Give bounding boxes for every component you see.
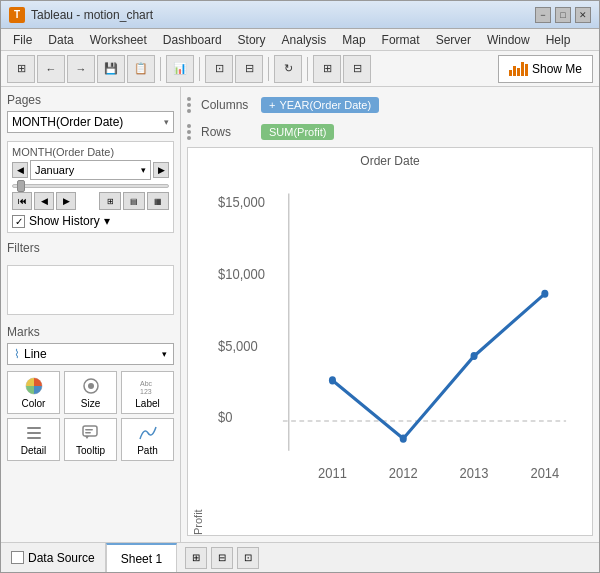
menu-map[interactable]: Map [334,31,373,49]
menu-story[interactable]: Story [230,31,274,49]
filters-section [7,265,174,315]
show-history-checkbox[interactable]: ✓ [12,215,25,228]
sheet-label: Sheet 1 [121,552,162,566]
marks-type-dropdown[interactable]: ⌇ Line ▾ [7,343,174,365]
pages-label: Pages [7,93,174,107]
toolbar-extract-btn[interactable]: ⊟ [235,55,263,83]
chart-area: Profit $15,000 $10,000 $5,000 $0 [188,170,592,535]
menu-help[interactable]: Help [538,31,579,49]
marks-label: Marks [7,325,174,339]
toolbar-grid-btn[interactable]: ⊞ [7,55,35,83]
timeline-slider-track[interactable] [12,184,169,188]
toolbar-chart-btn[interactable]: 📊 [166,55,194,83]
marks-path-icon [138,423,158,443]
layout-btn-2[interactable]: ▤ [123,192,145,210]
month-section-label: MONTH(Order Date) [12,146,169,158]
menu-dashboard[interactable]: Dashboard [155,31,230,49]
svg-point-22 [400,435,407,443]
month-value: January [35,164,74,176]
toolbar-forward-btn[interactable]: → [67,55,95,83]
marks-detail-label: Detail [21,445,47,456]
toolbar-group-btn[interactable]: ⊟ [343,55,371,83]
marks-size-btn[interactable]: Size [64,371,117,414]
minimize-button[interactable]: − [535,7,551,23]
marks-tooltip-btn[interactable]: Tooltip [64,418,117,461]
month-prev-btn[interactable]: ◀ [12,162,28,178]
pages-dropdown[interactable]: MONTH(Order Date) ▾ [7,111,174,133]
svg-rect-6 [27,432,41,434]
playback-controls: ⏮ ◀ ▶ ⊞ ▤ ▦ [12,192,169,210]
marks-label-btn[interactable]: Abc 123 Label [121,371,174,414]
svg-point-2 [88,383,94,389]
window-title: Tableau - motion_chart [31,8,535,22]
toolbar-connect-btn[interactable]: ⊡ [205,55,233,83]
left-panel: Pages MONTH(Order Date) ▾ MONTH(Order Da… [1,87,181,542]
maximize-button[interactable]: □ [555,7,571,23]
datasource-tab[interactable]: Data Source [1,543,106,572]
marks-size-icon [81,376,101,396]
chart-title: Order Date [188,148,592,170]
show-me-label: Show Me [532,62,582,76]
new-dashboard-btn[interactable]: ⊟ [211,547,233,569]
columns-pill-value: YEAR(Order Date) [279,99,371,111]
layout-btn-1[interactable]: ⊞ [99,192,121,210]
month-dropdown[interactable]: January ▾ [30,160,151,180]
svg-rect-7 [27,437,41,439]
show-me-icon [509,62,528,76]
svg-text:2014: 2014 [530,464,559,481]
menu-server[interactable]: Server [428,31,479,49]
new-worksheet-btn[interactable]: ⊞ [185,547,207,569]
sheet-tab[interactable]: Sheet 1 [106,543,177,572]
columns-shelf: Columns + YEAR(Order Date) [187,93,593,117]
columns-label: Columns [201,98,261,112]
play-back-btn[interactable]: ◀ [34,192,54,210]
chart-container: Order Date Profit $15,000 $10,000 $5,000… [187,147,593,536]
marks-detail-btn[interactable]: Detail [7,418,60,461]
close-button[interactable]: ✕ [575,7,591,23]
marks-color-icon [24,376,44,396]
marks-path-btn[interactable]: Path [121,418,174,461]
marks-color-btn[interactable]: Color [7,371,60,414]
menu-file[interactable]: File [5,31,40,49]
show-me-button[interactable]: Show Me [498,55,593,83]
marks-path-label: Path [137,445,158,456]
marks-tooltip-label: Tooltip [76,445,105,456]
marks-tooltip-icon [81,423,101,443]
marks-label-label: Label [135,398,159,409]
toolbar-back-btn[interactable]: ← [37,55,65,83]
month-next-btn[interactable]: ▶ [153,162,169,178]
toolbar-filter-btn[interactable]: ⊞ [313,55,341,83]
marks-detail-icon [24,423,44,443]
svg-rect-8 [83,426,97,436]
svg-rect-10 [85,432,91,434]
filters-label: Filters [7,241,174,255]
menubar: File Data Worksheet Dashboard Story Anal… [1,29,599,51]
play-btn[interactable]: ▶ [56,192,76,210]
marks-buttons-grid: Color Size [7,371,174,461]
timeline-slider-thumb[interactable] [17,180,25,192]
layout-btn-3[interactable]: ▦ [147,192,169,210]
marks-section: Marks ⌇ Line ▾ [7,325,174,461]
menu-analysis[interactable]: Analysis [274,31,335,49]
menu-data[interactable]: Data [40,31,81,49]
play-to-start-btn[interactable]: ⏮ [12,192,32,210]
svg-text:Abc: Abc [140,380,153,387]
menu-worksheet[interactable]: Worksheet [82,31,155,49]
main-window: T Tableau - motion_chart − □ ✕ File Data… [0,0,600,573]
main-content: Pages MONTH(Order Date) ▾ MONTH(Order Da… [1,87,599,542]
menu-window[interactable]: Window [479,31,538,49]
toolbar-separator-3 [268,57,269,81]
pages-dropdown-arrow: ▾ [164,117,169,127]
pages-dropdown-value: MONTH(Order Date) [12,115,123,129]
toolbar-save-btn[interactable]: 💾 [97,55,125,83]
marks-size-label: Size [81,398,100,409]
svg-text:$10,000: $10,000 [218,265,265,282]
toolbar-refresh-btn[interactable]: ↻ [274,55,302,83]
svg-text:2011: 2011 [318,464,347,481]
marks-line-icon: ⌇ [14,347,20,361]
menu-format[interactable]: Format [374,31,428,49]
rows-pill[interactable]: SUM(Profit) [261,124,334,140]
columns-pill[interactable]: + YEAR(Order Date) [261,97,379,113]
toolbar-copy-btn[interactable]: 📋 [127,55,155,83]
new-story-btn[interactable]: ⊡ [237,547,259,569]
